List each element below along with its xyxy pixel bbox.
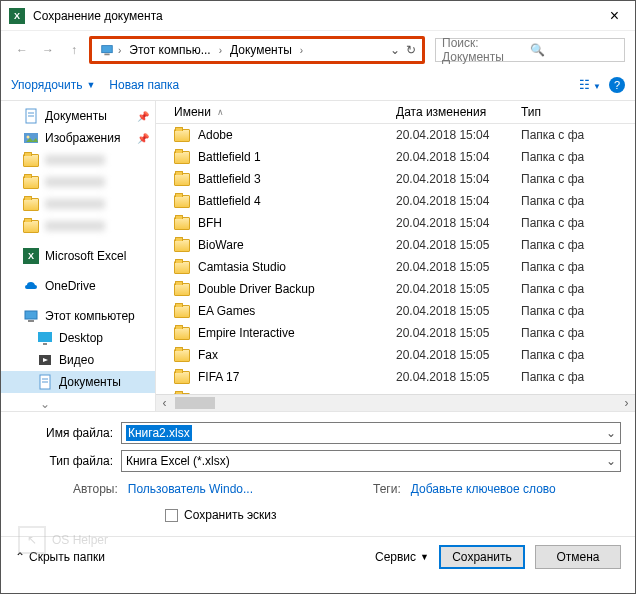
table-row[interactable]: EA Games20.04.2018 15:05Папка с фа [156,300,635,322]
table-row[interactable]: Battlefield 420.04.2018 15:04Папка с фа [156,190,635,212]
pin-icon: 📌 [137,111,149,122]
onedrive-icon [23,278,39,294]
breadcrumb[interactable]: › Этот компью... › Документы › [96,41,390,59]
up-icon[interactable]: ↑ [63,39,85,61]
folder-icon [174,239,190,252]
file-type: Папка с фа [521,260,635,274]
authors-value[interactable]: Пользователь Windo... [128,482,253,496]
sidebar-item[interactable] [1,149,155,171]
file-type: Папка с фа [521,194,635,208]
chevron-down-icon[interactable]: ⌄ [606,454,616,468]
doc-icon [37,374,53,390]
search-icon[interactable]: 🔍 [530,43,618,57]
authors-label: Авторы: [73,482,118,496]
video-icon [37,352,53,368]
sidebar-item-label: OneDrive [45,279,96,293]
folder-icon [174,305,190,318]
back-icon[interactable]: ← [11,39,33,61]
sidebar-item[interactable] [1,215,155,237]
table-row[interactable]: BioWare20.04.2018 15:05Папка с фа [156,234,635,256]
refresh-icon[interactable]: ↻ [406,43,416,57]
organize-button[interactable]: Упорядочить▼ [11,78,95,92]
horizontal-scrollbar[interactable]: ‹ › [156,394,635,411]
file-rows[interactable]: Adobe20.04.2018 15:04Папка с фаBattlefie… [156,124,635,394]
save-form: Имя файла: Книга2.xlsx⌄ Тип файла: Книга… [1,411,635,536]
column-type[interactable]: Тип [521,105,635,119]
chevron-right-icon[interactable]: › [217,45,224,56]
hide-folders-button[interactable]: ⌃Скрыть папки [15,550,105,564]
dropdown-icon[interactable]: ⌄ [390,43,400,57]
forward-icon[interactable]: → [37,39,59,61]
file-name: Double Driver Backup [198,282,315,296]
svg-rect-1 [104,54,109,56]
new-folder-button[interactable]: Новая папка [109,78,179,92]
file-type: Папка с фа [521,326,635,340]
sidebar-item[interactable]: XMicrosoft Excel [1,245,155,267]
pin-icon: 📌 [137,133,149,144]
folder-icon [174,173,190,186]
sidebar-item[interactable]: Desktop [1,327,155,349]
chevron-down-icon[interactable]: ⌄ [606,426,616,440]
sidebar-item[interactable]: Этот компьютер [1,305,155,327]
file-date: 20.04.2018 15:05 [396,238,521,252]
filetype-select[interactable]: Книга Excel (*.xlsx)⌄ [121,450,621,472]
sidebar-item[interactable]: Видео [1,349,155,371]
view-mode-icon[interactable]: ☷ ▼ [579,78,601,92]
file-type: Папка с фа [521,304,635,318]
help-icon[interactable]: ? [609,77,625,93]
file-list: Имени∧ Дата изменения Тип Adobe20.04.201… [156,101,635,411]
file-date: 20.04.2018 15:04 [396,128,521,142]
sidebar-item-label: Документы [45,109,107,123]
column-date[interactable]: Дата изменения [396,105,521,119]
folder-icon [174,283,190,296]
chevron-right-icon[interactable]: › [298,45,305,56]
svg-rect-10 [43,343,47,345]
filename-input[interactable]: Книга2.xlsx⌄ [121,422,621,444]
table-row[interactable]: Camtasia Studio20.04.2018 15:05Папка с ф… [156,256,635,278]
folder-icon [174,393,190,395]
column-name: Имени∧ [156,105,396,119]
table-row[interactable]: BFH20.04.2018 15:04Папка с фа [156,212,635,234]
tags-value[interactable]: Добавьте ключевое слово [411,482,556,496]
sidebar-item[interactable]: OneDrive [1,275,155,297]
save-thumbnail-checkbox[interactable] [165,509,178,522]
cancel-button[interactable]: Отмена [535,545,621,569]
tools-button[interactable]: Сервис ▼ [375,550,429,564]
sidebar-item[interactable] [1,171,155,193]
search-input[interactable]: Поиск: Документы 🔍 [435,38,625,62]
file-date: 20.04.2018 15:04 [396,150,521,164]
sidebar-item[interactable]: Документы📌 [1,105,155,127]
close-icon[interactable]: × [602,7,627,25]
column-headers[interactable]: Имени∧ Дата изменения Тип [156,101,635,124]
sidebar-item[interactable] [1,193,155,215]
table-row[interactable]: Battlefield 320.04.2018 15:04Папка с фа [156,168,635,190]
sidebar[interactable]: Документы📌Изображения📌XMicrosoft ExcelOn… [1,101,156,411]
chevron-down-icon: ▼ [420,552,429,562]
file-name: Battlefield 4 [198,194,261,208]
toolbar: Упорядочить▼ Новая папка ☷ ▼ ? [1,69,635,101]
folder-icon [23,218,39,234]
sidebar-item[interactable]: Изображения📌 [1,127,155,149]
sidebar-item[interactable]: Документы [1,371,155,393]
table-row[interactable]: Empire Interactive20.04.2018 15:05Папка … [156,322,635,344]
sidebar-item-label: Документы [59,375,121,389]
file-type: Папка с фа [521,150,635,164]
save-button[interactable]: Сохранить [439,545,525,569]
file-date: 20.04.2018 15:05 [396,260,521,274]
sidebar-item-label [45,199,105,209]
breadcrumb-item[interactable]: Документы [226,41,296,59]
file-name: Battlefield 1 [198,150,261,164]
sidebar-item-label: Этот компьютер [45,309,135,323]
file-type: Папка с фа [521,370,635,384]
sidebar-item[interactable]: ⌄ [1,393,155,411]
table-row[interactable]: Fax20.04.2018 15:05Папка с фа [156,344,635,366]
chevron-right-icon[interactable]: › [116,45,123,56]
file-name: FIFA 17 [198,370,239,384]
table-row[interactable]: Adobe20.04.2018 15:04Папка с фа [156,124,635,146]
sidebar-item-label [45,155,105,165]
folder-icon [174,195,190,208]
breadcrumb-item[interactable]: Этот компью... [125,41,214,59]
table-row[interactable]: Double Driver Backup20.04.2018 15:05Папк… [156,278,635,300]
table-row[interactable]: Battlefield 120.04.2018 15:04Папка с фа [156,146,635,168]
table-row[interactable]: FIFA 1720.04.2018 15:05Папка с фа [156,366,635,388]
